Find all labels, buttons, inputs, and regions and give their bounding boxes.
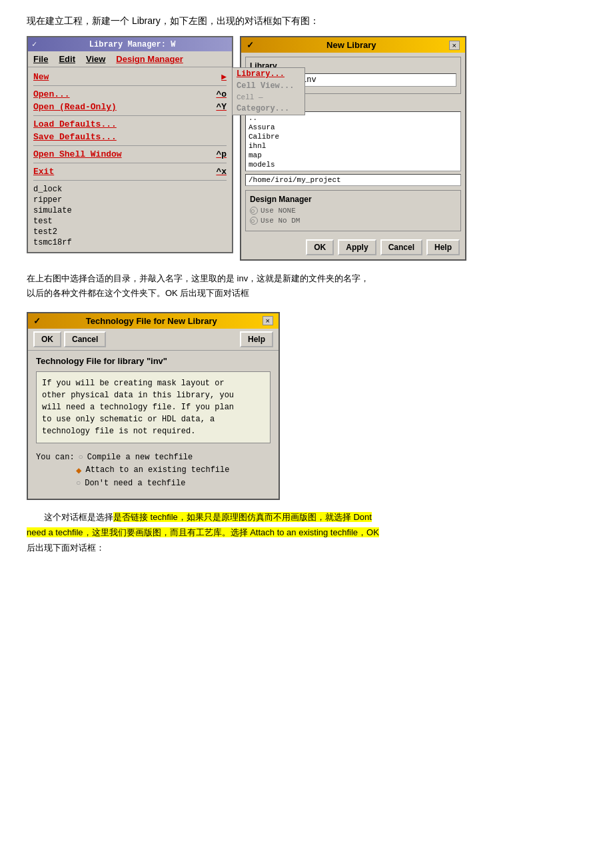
menu-bar: File Edit View Design Manager bbox=[28, 51, 232, 67]
dialog-buttons: OK Apply Cancel Help bbox=[241, 235, 465, 259]
help-button[interactable]: Help bbox=[426, 239, 460, 255]
between-line2: 以后的各种文件都在这个文件夹下。OK 后出现下面对话框 bbox=[27, 288, 249, 298]
use-no-dm-label: Use No DM bbox=[261, 217, 300, 225]
ok-button[interactable]: OK bbox=[306, 239, 334, 255]
lib-manager-arrow[interactable]: ✓ bbox=[32, 39, 37, 49]
menu-file[interactable]: File bbox=[33, 54, 48, 64]
menu-new[interactable]: New ▶ bbox=[33, 70, 227, 83]
cancel-button[interactable]: Cancel bbox=[380, 239, 422, 255]
divider3 bbox=[33, 145, 227, 146]
between-line1: 在上右图中选择合适的目录，并敲入名字，这里取的是 inv，这就是新建的文件夹的名… bbox=[27, 273, 369, 283]
new-submenu: Library... Cell View... Cell — Category.… bbox=[232, 67, 305, 115]
name-input[interactable] bbox=[299, 73, 456, 87]
dir-item: Assura bbox=[247, 123, 459, 132]
bottom-text: 这个对话框是选择是否链接 techfile，如果只是原理图仿真而不用画版图，就选… bbox=[27, 509, 586, 556]
apply-button[interactable]: Apply bbox=[338, 239, 376, 255]
opt2-row: ◆ Attach to an existing techfile bbox=[76, 465, 271, 476]
lib-list: d_lock ripper simulate test test2 tsmc18… bbox=[33, 183, 227, 249]
use-none-label: Use NONE bbox=[261, 207, 296, 215]
menu-design-manager[interactable]: Design Manager bbox=[116, 54, 183, 64]
list-item: test bbox=[33, 216, 227, 227]
menu-open-shell[interactable]: Open Shell Window ^p bbox=[33, 148, 227, 161]
opt2-label: Attach to an existing techfile bbox=[85, 465, 229, 475]
dir-item: models bbox=[247, 160, 459, 169]
new-lib-check: ✓ bbox=[247, 40, 254, 50]
you-can-row: You can: ○ Compile a new techfile bbox=[36, 453, 271, 462]
dm-title: Design Manager bbox=[250, 195, 456, 204]
opt1-radio[interactable]: ○ bbox=[79, 453, 83, 462]
tech-help-button[interactable]: Help bbox=[240, 331, 273, 347]
tech-title-text: Technology File for New Library bbox=[86, 316, 217, 326]
tech-options: You can: ○ Compile a new techfile ◆ Atta… bbox=[36, 450, 271, 493]
list-item: ripper bbox=[33, 195, 227, 205]
new-lib-close-btn[interactable]: × bbox=[449, 41, 460, 50]
opt3-row: ○ Don't need a techfile bbox=[76, 479, 271, 488]
menu-view[interactable]: View bbox=[86, 54, 105, 64]
you-can-label: You can: bbox=[36, 453, 75, 462]
new-arrow: ▶ bbox=[221, 71, 227, 82]
tech-toolbar: OK Cancel Help bbox=[28, 329, 279, 351]
lib-manager-window: ✓ Library Manager: W File Edit View Desi… bbox=[27, 36, 233, 253]
dir-item: raw bbox=[247, 169, 459, 171]
bt-line2: need a techfile，这里我们要画版图，而且有工艺库。选择 Attac… bbox=[27, 527, 379, 537]
bt-part1: 这个对话框是选择 bbox=[44, 512, 113, 522]
lib-manager-title: Library Manager: W bbox=[89, 40, 176, 49]
submenu-cell-label: Cell — bbox=[233, 92, 305, 103]
use-none-row: ○ Use NONE bbox=[250, 207, 456, 215]
dir-item: ihnl bbox=[247, 141, 459, 151]
tech-info-box: If you will be creating mask layout orot… bbox=[36, 371, 271, 443]
design-manager-section: Design Manager ○ Use NONE ○ Use No DM bbox=[245, 190, 461, 231]
tech-title-bar: ✓ Technology File for New Library × bbox=[28, 313, 279, 329]
menu-open[interactable]: Open... ^o bbox=[33, 88, 227, 101]
new-lib-titlebar: ✓ New Library × bbox=[241, 37, 465, 53]
tech-cancel-button[interactable]: Cancel bbox=[64, 331, 106, 347]
submenu-cell-view[interactable]: Cell View... bbox=[233, 80, 305, 92]
tech-check: ✓ bbox=[33, 316, 41, 326]
tech-file-dialog: ✓ Technology File for New Library × OK C… bbox=[27, 312, 280, 500]
new-lib-title-text: New Library bbox=[326, 40, 376, 50]
open-shortcut: ^o bbox=[216, 89, 227, 99]
menu-exit[interactable]: Exit ^x bbox=[33, 165, 227, 178]
dir-section: .. Assura Calibre ihnl map models raw bbox=[245, 111, 461, 186]
use-none-radio[interactable]: ○ bbox=[250, 207, 258, 215]
menu-edit[interactable]: Edit bbox=[59, 54, 75, 64]
submenu-category[interactable]: Category... bbox=[233, 103, 305, 115]
dir-path-input[interactable] bbox=[245, 174, 461, 186]
tech-close-btn[interactable]: × bbox=[263, 316, 273, 325]
divider4 bbox=[33, 163, 227, 163]
tech-lib-name: Technology File for library "inv" bbox=[36, 356, 271, 366]
bt-line3: 后出现下面对话框： bbox=[27, 543, 105, 553]
divider5 bbox=[33, 180, 227, 181]
dir-item: map bbox=[247, 151, 459, 160]
directory-listbox[interactable]: .. Assura Calibre ihnl map models raw bbox=[245, 111, 461, 171]
submenu-library[interactable]: Library... bbox=[233, 68, 305, 80]
opt2-diamond[interactable]: ◆ bbox=[76, 465, 81, 476]
bt-part2: 是否链接 techfile，如果只是原理图仿真而不用画版图，就选择 Dont bbox=[113, 512, 372, 522]
between-text: 在上右图中选择合适的目录，并敲入名字，这里取的是 inv，这就是新建的文件夹的名… bbox=[27, 271, 586, 301]
use-no-dm-row: ○ Use No DM bbox=[250, 217, 456, 225]
menu-load-defaults[interactable]: Load Defaults... bbox=[33, 118, 227, 131]
opt3-radio[interactable]: ○ bbox=[76, 479, 81, 488]
divider2 bbox=[33, 115, 227, 116]
menu-save-defaults[interactable]: Save Defaults... bbox=[33, 131, 227, 143]
open-ro-shortcut: ^Y bbox=[216, 102, 227, 112]
divider1 bbox=[33, 85, 227, 86]
dir-item: Calibre bbox=[247, 132, 459, 141]
tech-body: Technology File for library "inv" If you… bbox=[28, 351, 279, 499]
list-item: tsmc18rf bbox=[33, 237, 227, 248]
menu-open-ro[interactable]: Open (Read-Only) ^Y bbox=[33, 101, 227, 113]
lib-manager-titlebar: ✓ Library Manager: W bbox=[28, 37, 232, 51]
use-no-dm-radio[interactable]: ○ bbox=[250, 217, 258, 225]
list-item: simulate bbox=[33, 205, 227, 216]
tech-ok-button[interactable]: OK bbox=[33, 331, 61, 347]
opt3-label: Don't need a techfile bbox=[85, 479, 185, 488]
intro-text: 现在建立工程，新建一个 Library，如下左图，出现的对话框如下有图： bbox=[27, 13, 586, 28]
lib-content: New ▶ Open... ^o Open (Read-Only) ^Y Loa… bbox=[28, 67, 232, 252]
opt1-label: Compile a new techfile bbox=[87, 453, 193, 462]
list-item: test2 bbox=[33, 227, 227, 237]
screenshots-row: ✓ Library Manager: W File Edit View Desi… bbox=[27, 36, 586, 261]
list-item: d_lock bbox=[33, 184, 227, 195]
